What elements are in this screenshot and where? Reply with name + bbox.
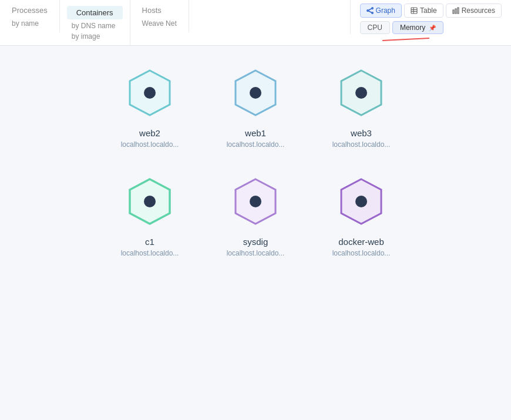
node-c1-name: c1: [145, 237, 154, 247]
nav-containers-bydns[interactable]: by DNS name: [67, 21, 123, 31]
svg-point-13: [144, 87, 156, 99]
nav-containers-byimage[interactable]: by image: [67, 31, 123, 42]
node-c1[interactable]: c1 localhost.localdo...: [120, 172, 179, 257]
svg-line-4: [368, 11, 372, 13]
node-docker-web-host: localhost.localdo...: [332, 249, 391, 257]
memory-metric-button[interactable]: Memory 📌: [392, 21, 443, 34]
svg-point-21: [250, 196, 261, 207]
hex-web1: [226, 63, 285, 122]
main-content: web2 localhost.localdo... web1 localhost…: [0, 46, 511, 275]
node-web3-name: web3: [351, 128, 372, 138]
pin-icon: 📌: [429, 25, 436, 31]
svg-line-3: [368, 9, 372, 11]
svg-point-0: [367, 10, 368, 11]
resources-icon: [452, 7, 459, 14]
memory-underline: [382, 38, 429, 41]
node-sysdig[interactable]: sysdig localhost.localdo...: [226, 172, 285, 257]
resources-view-button[interactable]: Resources: [446, 4, 502, 18]
node-sysdig-host: localhost.localdo...: [227, 249, 285, 257]
node-web3[interactable]: web3 localhost.localdo...: [332, 63, 391, 149]
table-view-button[interactable]: Table: [404, 4, 443, 18]
hex-web2: [120, 63, 179, 122]
hex-web3: [332, 63, 391, 122]
top-navigation: Processes by name Containers by DNS name…: [0, 0, 511, 46]
node-web1-host: localhost.localdo...: [227, 140, 285, 149]
node-web1[interactable]: web1 localhost.localdo...: [226, 63, 285, 149]
graph-view-button[interactable]: Graph: [360, 4, 402, 18]
svg-point-19: [144, 196, 156, 207]
hex-c1: [120, 172, 179, 231]
nodes-row-2: c1 localhost.localdo... sysdig localhost…: [23, 172, 488, 257]
nav-processes-byname[interactable]: by name: [7, 18, 52, 29]
svg-point-1: [371, 8, 372, 9]
svg-rect-10: [455, 9, 456, 14]
nav-containers-tab[interactable]: Containers: [67, 6, 123, 19]
right-toolbar: Graph Table Resources: [350, 0, 511, 34]
node-web3-host: localhost.localdo...: [332, 140, 391, 149]
nav-processes-tab[interactable]: Processes: [7, 4, 52, 17]
svg-rect-5: [411, 8, 417, 14]
node-web2-name: web2: [139, 128, 160, 138]
view-buttons: Graph Table Resources: [360, 4, 502, 18]
nav-hosts-tab[interactable]: Hosts: [137, 4, 181, 17]
node-sysdig-name: sysdig: [243, 237, 268, 247]
node-web1-name: web1: [245, 128, 266, 138]
node-web2[interactable]: web2 localhost.localdo...: [120, 63, 179, 149]
metric-buttons: CPU Memory 📌: [360, 21, 443, 34]
nav-section-processes: Processes by name: [0, 0, 60, 32]
svg-point-2: [371, 12, 372, 14]
table-icon: [411, 7, 418, 14]
node-docker-web-name: docker-web: [338, 237, 384, 247]
hex-docker-web: [332, 172, 391, 231]
svg-rect-11: [458, 8, 459, 14]
nav-section-containers: Containers by DNS name by image: [60, 0, 130, 45]
node-web2-host: localhost.localdo...: [121, 140, 179, 149]
node-docker-web[interactable]: docker-web localhost.localdo...: [332, 172, 391, 257]
svg-point-17: [355, 87, 367, 99]
graph-icon: [367, 7, 374, 14]
nav-hosts-weavenet[interactable]: Weave Net: [137, 18, 181, 29]
svg-point-15: [250, 87, 261, 99]
nodes-row-1: web2 localhost.localdo... web1 localhost…: [23, 63, 488, 149]
nav-section-hosts: Hosts Weave Net: [130, 0, 189, 32]
svg-point-23: [355, 196, 367, 207]
cpu-metric-button[interactable]: CPU: [360, 21, 390, 34]
hex-sysdig: [226, 172, 285, 231]
svg-rect-9: [453, 10, 454, 14]
node-c1-host: localhost.localdo...: [121, 249, 179, 257]
